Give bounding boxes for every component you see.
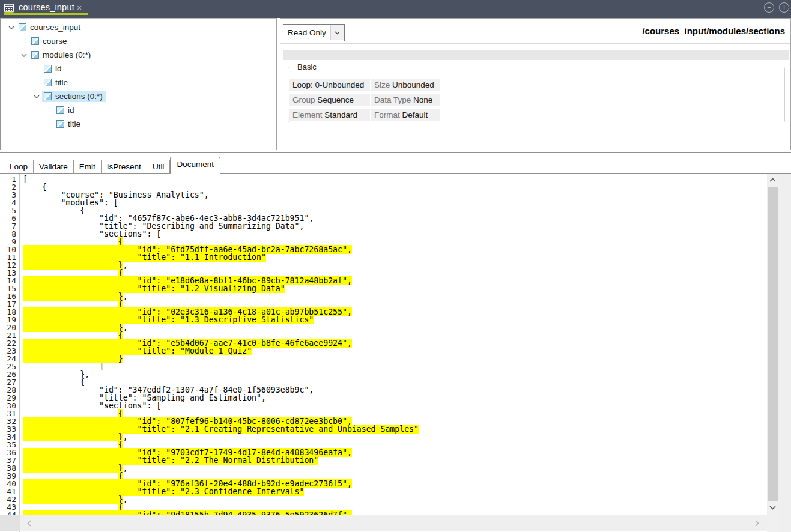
tree-node[interactable]: title <box>42 77 71 88</box>
mode-select[interactable]: Read Only <box>283 24 345 41</box>
code-line: }, <box>23 433 791 441</box>
code-line: }, <box>23 292 791 300</box>
tree-item-label: sections (0:*) <box>55 92 103 101</box>
code-line: ] <box>23 363 791 370</box>
title-bar: courses_input × − + <box>0 0 791 18</box>
active-tab-underline <box>4 13 88 15</box>
tree-item-course[interactable]: course <box>1 34 276 48</box>
expander-chevron-down-icon[interactable] <box>31 95 42 98</box>
tree-node[interactable]: modules (0:*) <box>29 49 94 61</box>
element-node-icon <box>31 37 39 45</box>
panel-right-margin <box>778 174 791 532</box>
tab-document[interactable]: Document <box>170 157 220 174</box>
document-view: 1234567891011121314151617181920212223242… <box>0 174 791 532</box>
tree-item-label: courses_input <box>30 23 80 32</box>
element-node-icon <box>31 51 39 59</box>
vertical-scrollbar-thumb[interactable] <box>768 187 778 501</box>
bottom-tab-strip: LoopValidateEmitIsPresentUtilDocument <box>4 157 220 174</box>
element-node-icon <box>56 120 64 128</box>
tree-item-title[interactable]: title <box>1 76 276 89</box>
chevron-right-icon <box>755 520 759 527</box>
tab-emit[interactable]: Emit <box>74 160 102 174</box>
json-document-text[interactable]: [ { "course": "Business Analytics", "mod… <box>0 175 791 519</box>
scroll-left-button[interactable] <box>21 515 37 531</box>
property-data-type: Data Type None <box>371 94 440 106</box>
zoom-in-button[interactable]: + <box>779 2 789 13</box>
code-line: "title": "2.3 Confidence Intervals" <box>23 488 791 495</box>
tree-item-sections-0[interactable]: sections (0:*) <box>1 89 276 103</box>
code-line: }, <box>23 261 791 269</box>
code-line: }, <box>23 370 791 378</box>
property-value: Default <box>402 110 428 119</box>
code-line: "modules": [ <box>23 199 791 207</box>
selected-node-path: /courses_input/modules/sections <box>642 26 785 36</box>
chevron-down-icon <box>769 506 776 510</box>
close-tab-icon[interactable]: × <box>77 3 82 13</box>
chevron-down-icon <box>335 31 340 35</box>
tree-item-id[interactable]: id <box>1 62 276 76</box>
code-line: }, <box>23 495 791 503</box>
code-line: "sections": [ <box>23 402 791 410</box>
horizontal-scrollbar[interactable] <box>20 515 767 531</box>
property-label: Element <box>292 110 324 119</box>
scroll-right-button[interactable] <box>749 515 765 531</box>
element-node-icon <box>19 23 26 31</box>
property-label: Format <box>374 110 402 119</box>
tree-selection[interactable]: sections (0:*) <box>42 91 106 102</box>
tree-node[interactable]: title <box>55 118 83 130</box>
tree-item-title[interactable]: title <box>1 117 276 131</box>
bottom-panel-divider <box>0 152 791 153</box>
tree-node[interactable]: id <box>42 63 65 74</box>
tree-item-label: course <box>43 37 67 46</box>
document-tab-title[interactable]: courses_input <box>19 2 74 12</box>
tree-node[interactable]: course <box>29 35 70 47</box>
tree-item-courses-input[interactable]: courses_input <box>1 20 276 34</box>
zoom-out-button[interactable]: − <box>764 2 774 13</box>
code-line: }, <box>23 324 791 331</box>
tree-item-id[interactable]: id <box>1 103 276 117</box>
code-line: }, <box>23 464 791 472</box>
code-line: [ <box>23 175 791 183</box>
tab-validate[interactable]: Validate <box>34 160 74 174</box>
property-size: Size Unbounded <box>371 79 440 91</box>
tree-item-label: title <box>68 119 80 128</box>
basic-properties-group: Basic Loop: 0-UnboundedSize UnboundedGro… <box>288 67 785 122</box>
tab-util[interactable]: Util <box>147 160 171 174</box>
property-value: 0-Unbounded <box>315 80 365 89</box>
mapper-window: courses_input × − + courses_inputcoursem… <box>0 0 791 532</box>
property-label: Size <box>374 80 392 89</box>
node-inspector-pane: Read Only /courses_input/modules/section… <box>280 18 791 150</box>
property-label: Loop: <box>292 80 315 89</box>
code-line: "sections": [ <box>23 230 791 238</box>
property-value: Unbounded <box>392 80 434 89</box>
property-element: Element Standard <box>289 109 370 121</box>
element-node-icon <box>44 79 52 86</box>
vertical-scrollbar[interactable] <box>767 174 778 532</box>
mode-select-value: Read Only <box>288 25 326 41</box>
property-label: Data Type <box>374 95 413 104</box>
property-loop: Loop: 0-Unbounded <box>289 79 370 91</box>
tree-node[interactable]: id <box>55 104 77 116</box>
code-line: "title": "1.1 Introduction" <box>23 253 791 261</box>
tab-loop[interactable]: Loop <box>4 160 34 174</box>
property-format: Format Default <box>371 109 440 121</box>
mode-select-dropdown-button[interactable] <box>330 25 344 40</box>
schema-tree-pane: courses_inputcoursemodules (0:*)idtitles… <box>0 18 277 150</box>
property-label: Group <box>292 95 317 104</box>
code-line: "title": "Module 1 Quiz" <box>23 347 791 355</box>
property-value: Sequence <box>317 95 354 104</box>
scroll-down-button[interactable] <box>767 503 778 512</box>
code-line: "title": "1.2 Visualizing Data" <box>23 285 791 292</box>
tree-node[interactable]: courses_input <box>17 22 83 33</box>
code-line: } <box>23 355 791 363</box>
element-node-icon <box>44 65 52 73</box>
tree-item-label: id <box>55 64 62 73</box>
expander-chevron-down-icon[interactable] <box>5 26 17 29</box>
tab-ispresent[interactable]: IsPresent <box>102 160 147 174</box>
code-line: "title": "2.1 Creating Representative an… <box>23 425 791 433</box>
tree-item-modules-0[interactable]: modules (0:*) <box>1 48 276 62</box>
inspector-toolbar: Read Only /courses_input/modules/section… <box>280 19 790 44</box>
line-number-gutter: 1234567891011121314151617181920212223242… <box>0 174 20 532</box>
expander-chevron-down-icon[interactable] <box>18 53 29 57</box>
scroll-up-button[interactable] <box>767 175 778 184</box>
